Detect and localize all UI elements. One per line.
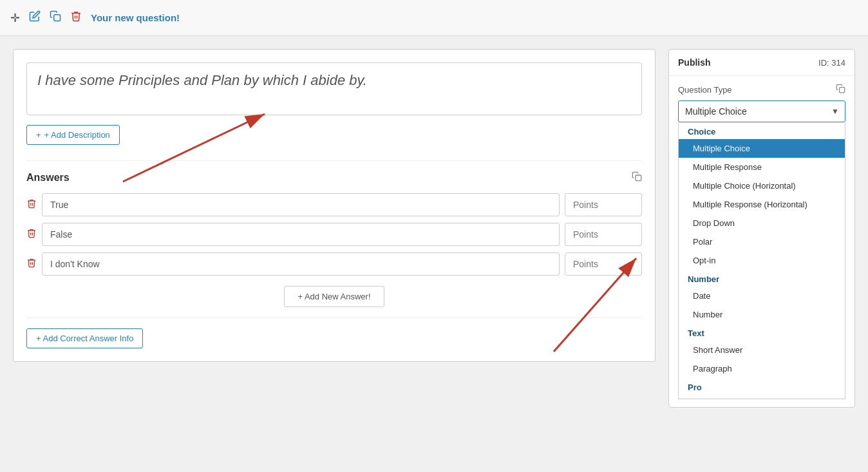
left-panel: I have some Principles and Plan by which…: [13, 49, 656, 362]
answer-row: [26, 252, 642, 276]
add-answer-label: + Add New Answer!: [297, 292, 370, 301]
svg-rect-1: [636, 175, 641, 181]
dropdown-item-matching-pairs[interactable]: Matching Pairs: [679, 395, 845, 399]
answer-row: [26, 193, 642, 216]
main-area: I have some Principles and Plan by which…: [0, 36, 868, 420]
answer-row: [26, 223, 642, 246]
add-description-button[interactable]: + + Add Description: [26, 125, 120, 145]
answer-3-points[interactable]: [565, 252, 642, 276]
dropdown-item-short-answer[interactable]: Short Answer: [679, 341, 845, 359]
question-type-label: Question Type: [678, 84, 845, 95]
answer-3-input[interactable]: [42, 252, 560, 276]
answers-title: Answers: [26, 172, 70, 184]
edit-icon[interactable]: [29, 10, 41, 25]
question-type-text: Question Type: [678, 85, 732, 95]
answers-section: Answers: [26, 160, 642, 307]
dropdown-item-multiple-response[interactable]: Multiple Response: [679, 158, 845, 176]
add-answer-button[interactable]: + Add New Answer!: [284, 286, 384, 307]
question-type-icon: [836, 84, 845, 95]
delete-answer-2-icon[interactable]: [26, 228, 37, 241]
group-label-pro: Pro: [679, 378, 845, 395]
dropdown-item-multiple-choice[interactable]: Multiple Choice: [679, 139, 845, 158]
question-input[interactable]: I have some Principles and Plan by which…: [26, 62, 642, 115]
svg-rect-0: [54, 15, 61, 21]
answer-1-points[interactable]: [565, 193, 642, 216]
question-type-dropdown[interactable]: Choice Multiple Choice Multiple Response…: [678, 122, 845, 399]
dropdown-item-opt-in[interactable]: Opt-in: [679, 251, 845, 270]
dropdown-item-drop-down[interactable]: Drop Down: [679, 214, 845, 232]
group-label-text: Text: [679, 324, 845, 341]
answers-header: Answers: [26, 171, 642, 184]
dropdown-item-polar[interactable]: Polar: [679, 232, 845, 251]
dropdown-item-multiple-choice-h[interactable]: Multiple Choice (Horizontal): [679, 176, 845, 195]
delete-icon[interactable]: [70, 10, 82, 25]
group-label-number: Number: [679, 270, 845, 287]
answer-2-input[interactable]: [42, 223, 560, 246]
add-correct-label: + Add Correct Answer Info: [36, 334, 133, 343]
publish-title: Publish: [678, 57, 711, 68]
question-type-select[interactable]: Multiple Choice: [678, 100, 845, 122]
delete-answer-3-icon[interactable]: [26, 258, 37, 270]
question-type-section: Question Type Multiple Choice ▼ Choice M…: [669, 76, 854, 407]
answers-copy-icon: [632, 171, 642, 184]
delete-answer-1-icon[interactable]: [26, 198, 37, 211]
dropdown-item-date[interactable]: Date: [679, 287, 845, 305]
group-label-choice: Choice: [679, 122, 845, 139]
toolbar: ✛ Your new question!: [0, 0, 868, 36]
dropdown-item-paragraph[interactable]: Paragraph: [679, 359, 845, 378]
divider: [26, 317, 642, 318]
dropdown-item-number[interactable]: Number: [679, 305, 845, 324]
right-panel: Publish ID: 314 Question Type Multiple C…: [668, 49, 855, 408]
page-title: Your new question!: [91, 12, 180, 23]
add-correct-answer-button[interactable]: + Add Correct Answer Info: [26, 328, 143, 348]
publish-id: ID: 314: [818, 58, 845, 68]
dropdown-item-multiple-response-h[interactable]: Multiple Response (Horizontal): [679, 195, 845, 214]
move-icon[interactable]: ✛: [10, 11, 20, 25]
answer-1-input[interactable]: [42, 193, 560, 216]
add-description-label: + Add Description: [44, 130, 110, 140]
publish-header: Publish ID: 314: [669, 50, 854, 76]
plus-icon: +: [36, 130, 41, 140]
answer-2-points[interactable]: [565, 223, 642, 246]
copy-icon[interactable]: [50, 10, 61, 25]
type-select-wrapper: Multiple Choice ▼: [678, 100, 845, 122]
svg-rect-4: [840, 88, 845, 93]
